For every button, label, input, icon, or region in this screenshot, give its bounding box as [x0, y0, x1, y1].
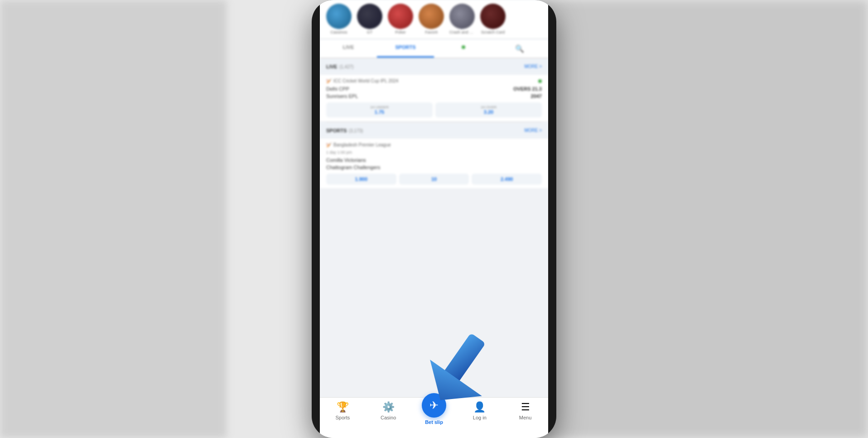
nav-login-label: Log in: [473, 415, 487, 420]
scratch-icon: [480, 4, 506, 29]
scene: Cassinos GT Poker Favorit: [0, 0, 868, 438]
match1-team2-row: Sunrisers EPL 2047: [326, 93, 542, 99]
match1-card: 🏏 ICC Cricket World Cup IPL 2024 Delhi C…: [320, 75, 548, 121]
betslip-icon: ✈: [429, 399, 439, 412]
match2-card: 🏏 Bangladesh Premier League 1 day 1:00 p…: [320, 139, 548, 188]
nav-casino-label: Casino: [381, 415, 396, 420]
icon-item-gt[interactable]: GT: [357, 4, 382, 34]
match2-league: 🏏 Bangladesh Premier League: [326, 142, 391, 147]
live-more-link[interactable]: MORE >: [524, 64, 542, 69]
live-indicator: [538, 79, 542, 83]
gt-icon: [357, 4, 382, 29]
match2-odds-row: 1.900 10 2.490: [326, 174, 542, 185]
match1-teams: Delhi CPP OVERS 21.3 Sunrisers EPL 2047: [326, 86, 542, 99]
sports-section-title: SPORTS (3,173): [326, 126, 363, 134]
match2-odds-3[interactable]: 2.490: [472, 174, 542, 185]
nav-betslip[interactable]: ✈ Bet slip: [411, 401, 457, 425]
favorit-icon: [419, 4, 444, 29]
match2-time: 1 day 1:00 pm: [326, 150, 542, 155]
nav-betslip-label: Bet slip: [425, 419, 443, 425]
cassinos-icon: [326, 4, 352, 29]
match1-odds-row: 1H UNDER 1.75 1H OVER 3.20: [326, 102, 542, 117]
icon-item-scratch[interactable]: Scratch Card: [480, 4, 506, 34]
icon-item-cassinos[interactable]: Cassinos: [326, 4, 352, 34]
match1-odds-1[interactable]: 1H UNDER 1.75: [326, 102, 433, 117]
tab-search[interactable]: 🔍: [491, 40, 548, 58]
bottom-nav: 🏆 Sports ⚙️ Casino ✈ Bet slip 👤 Log in: [320, 397, 548, 438]
match2-odds-2[interactable]: 10: [399, 174, 469, 185]
match1-header: 🏏 ICC Cricket World Cup IPL 2024: [326, 78, 542, 83]
match2-team2-name: Chattogram Challengers: [326, 165, 380, 170]
match1-team1-name: Delhi CPP: [326, 86, 349, 92]
nav-sports[interactable]: 🏆 Sports: [320, 401, 366, 420]
top-icons-row: Cassinos GT Poker Favorit: [320, 0, 548, 38]
live-section-title: LIVE (1,427): [326, 62, 354, 70]
betslip-circle-button[interactable]: ✈: [422, 393, 446, 418]
nav-sports-label: Sports: [336, 415, 350, 420]
phone-screen: Cassinos GT Poker Favorit: [320, 0, 548, 438]
cricket-icon: 🏏: [326, 78, 332, 83]
cricket2-icon: 🏏: [326, 142, 332, 147]
gt-label: GT: [357, 30, 382, 34]
nav-menu[interactable]: ☰ Menu: [502, 401, 548, 420]
trophy-icon: 🏆: [337, 401, 349, 413]
match1-team1-row: Delhi CPP OVERS 21.3: [326, 86, 542, 92]
nav-login[interactable]: 👤 Log in: [457, 401, 502, 420]
icon-item-poker[interactable]: Poker: [388, 4, 413, 34]
crash-icon: [449, 4, 475, 29]
match1-team1-score: OVERS 21.3: [513, 86, 542, 92]
nav-menu-label: Menu: [519, 415, 532, 420]
phone-frame: Cassinos GT Poker Favorit: [312, 0, 556, 438]
poker-label: Poker: [388, 30, 413, 34]
match2-team2-row: Chattogram Challengers: [326, 165, 542, 170]
nav-tabs: LIVE SPORTS 🔍: [320, 40, 548, 58]
match1-team2-name: Sunrisers EPL: [326, 93, 358, 99]
match1-team2-score: 2047: [531, 93, 542, 99]
live-section-header: LIVE (1,427) MORE >: [320, 58, 548, 74]
crash-label: Crash and Spin: [449, 30, 475, 34]
cassinos-label: Cassinos: [326, 30, 352, 34]
screen-inner: Cassinos GT Poker Favorit: [320, 0, 548, 397]
tab-sports[interactable]: SPORTS: [377, 40, 434, 58]
scratch-label: Scratch Card: [480, 30, 506, 34]
match2-header: 🏏 Bangladesh Premier League: [326, 142, 542, 147]
match2-odds-1[interactable]: 1.900: [326, 174, 396, 185]
hamburger-icon: ☰: [521, 401, 530, 413]
user-icon: 👤: [473, 401, 486, 413]
search-icon: 🔍: [515, 44, 524, 53]
match2-team1-name: Comilla Victorians: [326, 157, 366, 163]
tab-live[interactable]: LIVE: [320, 40, 377, 58]
poker-icon: [388, 4, 413, 29]
match2-teams: Comilla Victorians Chattogram Challenger…: [326, 157, 542, 170]
favorit-label: Favorit: [419, 30, 444, 34]
match1-odds-2[interactable]: 1H OVER 3.20: [435, 102, 542, 117]
icon-item-crash[interactable]: Crash and Spin: [449, 4, 475, 34]
match2-team1-row: Comilla Victorians: [326, 157, 542, 163]
green-dot: [462, 45, 465, 49]
sports-section-header: SPORTS (3,173) MORE >: [320, 122, 548, 138]
tab-dot[interactable]: [434, 40, 491, 58]
icon-item-favorit[interactable]: Favorit: [419, 4, 444, 34]
nav-casino[interactable]: ⚙️ Casino: [366, 401, 411, 420]
casino-icon: ⚙️: [382, 401, 395, 413]
sports-more-link[interactable]: MORE >: [524, 128, 542, 133]
bg-left: [0, 0, 227, 438]
match1-league: 🏏 ICC Cricket World Cup IPL 2024: [326, 78, 398, 83]
